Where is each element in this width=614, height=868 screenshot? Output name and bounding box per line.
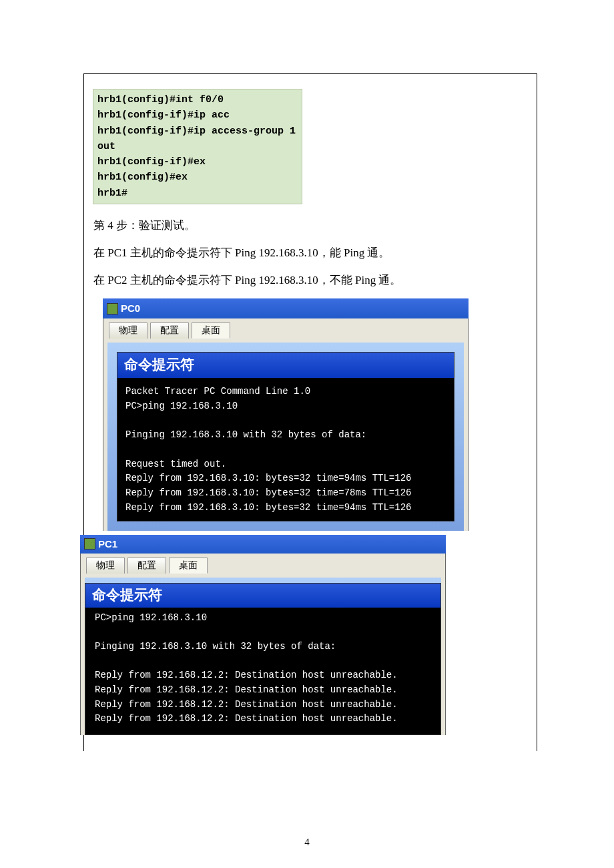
router-line: hrb1(config-if)#ip acc (97, 107, 298, 123)
pc1-title-text: PC1 (98, 537, 117, 551)
body-text: 在 PC2 主机的命令提示符下 Ping 192.168.3.10，不能 Pin… (93, 271, 527, 289)
pc1-cmd-output[interactable]: PC>ping 192.168.3.10 Pinging 192.168.3.1… (85, 608, 440, 735)
pc0-window: PC0 物理 配置 桌面 命令提示符 Packet Tracer PC Comm… (103, 298, 469, 530)
tab-desktop[interactable]: 桌面 (169, 558, 208, 574)
tab-physical[interactable]: 物理 (86, 558, 125, 574)
pc0-titlebar: PC0 (103, 298, 469, 318)
document-frame: hrb1(config)#int f0/0 hrb1(config-if)#ip… (83, 73, 537, 751)
router-config-block: hrb1(config)#int f0/0 hrb1(config-if)#ip… (93, 89, 302, 204)
pc0-tabs: 物理 配置 桌面 (107, 320, 464, 339)
pc0-desktop-area: 命令提示符 Packet Tracer PC Command Line 1.0 … (107, 343, 464, 530)
pc1-desktop-area: 命令提示符 PC>ping 192.168.3.10 Pinging 192.1… (85, 578, 441, 736)
pc0-cmd-output[interactable]: Packet Tracer PC Command Line 1.0 PC>pin… (117, 378, 454, 520)
tab-desktop[interactable]: 桌面 (192, 322, 230, 339)
step4-heading: 第 4 步：验证测试。 (93, 216, 527, 234)
router-line: hrb1(config-if)#ip access-group 1 out (97, 124, 298, 155)
pc1-tabs: 物理 配置 桌面 (85, 555, 441, 574)
router-line: hrb1(config)#int f0/0 (97, 92, 298, 107)
body-text: 在 PC1 主机的命令提示符下 Ping 192.168.3.10，能 Ping… (93, 244, 527, 262)
pc0-title-text: PC0 (121, 302, 140, 315)
page-number: 4 (0, 837, 614, 848)
pc1-cmd-window: 命令提示符 PC>ping 192.168.3.10 Pinging 192.1… (85, 583, 441, 736)
tab-physical[interactable]: 物理 (109, 322, 147, 339)
pc1-window: PC1 物理 配置 桌面 命令提示符 PC>ping 192.168.3.10 … (80, 535, 446, 736)
pc1-titlebar: PC1 (80, 535, 446, 554)
pc-icon (107, 303, 118, 314)
router-line: hrb1(config)#ex (97, 170, 298, 185)
tab-config[interactable]: 配置 (127, 558, 166, 574)
router-line: hrb1# (97, 186, 298, 201)
pc-icon (84, 538, 95, 550)
pc0-cmd-window: 命令提示符 Packet Tracer PC Command Line 1.0 … (117, 352, 454, 521)
router-line: hrb1(config-if)#ex (97, 154, 298, 170)
cmd-title: 命令提示符 (85, 584, 440, 608)
tab-config[interactable]: 配置 (150, 322, 189, 339)
cmd-title: 命令提示符 (117, 353, 454, 378)
